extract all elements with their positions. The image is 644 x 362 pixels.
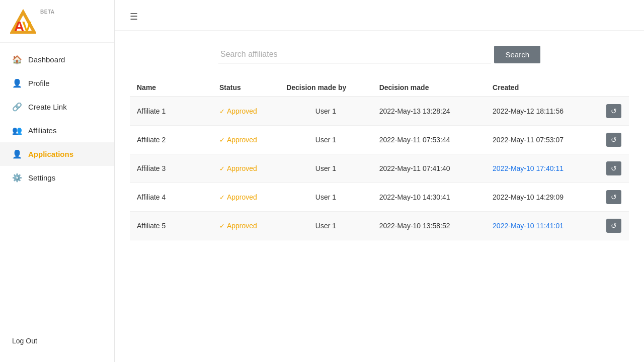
status-label: Approved — [227, 164, 257, 172]
cell-decision-made: 2022-May-11 07:41:40 — [372, 154, 486, 183]
col-header-decision-made: Decision made — [372, 78, 486, 97]
revert-button[interactable]: ↺ — [606, 161, 621, 175]
search-bar: Search — [218, 46, 540, 63]
cell-decision-by: User 1 — [279, 154, 372, 183]
sidebar-item-label-applications: Applications — [28, 150, 73, 158]
cell-decision-made: 2022-May-10 14:30:41 — [372, 183, 486, 212]
status-label: Approved — [227, 193, 257, 201]
cell-decision-by: User 1 — [279, 212, 372, 240]
cell-status: ✓ Approved — [212, 212, 279, 240]
cell-decision-by: User 1 — [279, 97, 372, 126]
cell-name: Affiliate 1 — [130, 97, 212, 126]
cell-created: 2022-May-10 17:40:11 — [486, 154, 599, 183]
cell-created: 2022-May-12 18:11:56 — [486, 97, 599, 126]
cell-decision-made: 2022-May-10 13:58:52 — [372, 212, 486, 240]
sidebar-item-affiliates[interactable]: 👥 Affiliates — [0, 119, 114, 142]
table-row: Affiliate 2 ✓ Approved User 1 2022-May-1… — [130, 126, 629, 154]
check-icon: ✓ — [219, 222, 225, 230]
cell-created: 2022-May-11 07:53:07 — [486, 126, 599, 154]
table-section: Name Status Decision made by Decision ma… — [115, 68, 644, 250]
search-input[interactable] — [218, 46, 491, 63]
applications-icon: 👤 — [12, 149, 22, 159]
logout-button[interactable]: Log Out — [0, 330, 114, 352]
home-icon: 🏠 — [12, 55, 22, 64]
cell-decision-by: User 1 — [279, 183, 372, 212]
user-icon: 👤 — [12, 78, 22, 88]
link-icon: 🔗 — [12, 102, 22, 112]
col-header-action — [599, 78, 629, 97]
beta-badge: BETA — [40, 9, 54, 15]
svg-text:V: V — [22, 19, 32, 34]
col-header-status: Status — [212, 78, 279, 97]
cell-action: ↺ — [599, 126, 629, 154]
cell-action: ↺ — [599, 154, 629, 183]
status-label: Approved — [227, 107, 257, 115]
cell-name: Affiliate 4 — [130, 183, 212, 212]
revert-button[interactable]: ↺ — [606, 104, 621, 118]
revert-button[interactable]: ↺ — [606, 219, 621, 233]
table-row: Affiliate 5 ✓ Approved User 1 2022-May-1… — [130, 212, 629, 240]
col-header-decision-by: Decision made by — [279, 78, 372, 97]
sidebar-item-label-profile: Profile — [28, 79, 50, 87]
sidebar-item-label-settings: Settings — [28, 173, 55, 182]
cell-action: ↺ — [599, 183, 629, 212]
logo-area: A V BETA — [0, 0, 114, 43]
table-header: Name Status Decision made by Decision ma… — [130, 78, 629, 97]
cell-status: ✓ Approved — [212, 183, 279, 212]
cell-status: ✓ Approved — [212, 154, 279, 183]
check-icon: ✓ — [219, 165, 225, 172]
revert-button[interactable]: ↺ — [606, 133, 621, 147]
affiliates-table: Name Status Decision made by Decision ma… — [130, 78, 629, 240]
check-icon: ✓ — [219, 136, 225, 144]
sidebar: A V BETA 🏠 Dashboard 👤 Profile 🔗 Create … — [0, 0, 115, 362]
main-header: ☰ — [115, 0, 644, 31]
cell-name: Affiliate 5 — [130, 212, 212, 240]
sidebar-item-create-link[interactable]: 🔗 Create Link — [0, 95, 114, 119]
cell-decision-made: 2022-May-13 13:28:24 — [372, 97, 486, 126]
settings-icon: ⚙️ — [12, 173, 22, 183]
table-row: Affiliate 4 ✓ Approved User 1 2022-May-1… — [130, 183, 629, 212]
cell-action: ↺ — [599, 97, 629, 126]
cell-created: 2022-May-10 14:29:09 — [486, 183, 599, 212]
table-row: Affiliate 1 ✓ Approved User 1 2022-May-1… — [130, 97, 629, 126]
col-header-name: Name — [130, 78, 212, 97]
cell-action: ↺ — [599, 212, 629, 240]
table-body: Affiliate 1 ✓ Approved User 1 2022-May-1… — [130, 97, 629, 240]
col-header-created: Created — [486, 78, 599, 97]
status-label: Approved — [227, 136, 257, 144]
search-section: Search — [115, 31, 644, 68]
sidebar-item-profile[interactable]: 👤 Profile — [0, 71, 114, 95]
cell-name: Affiliate 3 — [130, 154, 212, 183]
sidebar-item-dashboard[interactable]: 🏠 Dashboard — [0, 48, 114, 71]
sidebar-item-label-dashboard: Dashboard — [28, 55, 65, 64]
app-logo: A V — [10, 9, 36, 35]
sidebar-item-settings[interactable]: ⚙️ Settings — [0, 166, 114, 190]
affiliates-icon: 👥 — [12, 126, 22, 135]
cell-created: 2022-May-10 11:41:01 — [486, 212, 599, 240]
hamburger-icon[interactable]: ☰ — [130, 12, 138, 22]
main-content: ☰ Search Name Status Decision made by De… — [115, 0, 644, 362]
cell-status: ✓ Approved — [212, 126, 279, 154]
table-row: Affiliate 3 ✓ Approved User 1 2022-May-1… — [130, 154, 629, 183]
search-button[interactable]: Search — [494, 46, 540, 63]
status-label: Approved — [227, 222, 257, 230]
cell-decision-made: 2022-May-11 07:53:44 — [372, 126, 486, 154]
check-icon: ✓ — [219, 194, 225, 201]
sidebar-item-applications[interactable]: 👤 Applications — [0, 142, 114, 166]
cell-status: ✓ Approved — [212, 97, 279, 126]
cell-name: Affiliate 2 — [130, 126, 212, 154]
cell-decision-by: User 1 — [279, 126, 372, 154]
sidebar-item-label-create-link: Create Link — [28, 103, 67, 111]
sidebar-item-label-affiliates: Affiliates — [28, 126, 56, 135]
sidebar-nav: 🏠 Dashboard 👤 Profile 🔗 Create Link 👥 Af… — [0, 43, 114, 330]
revert-button[interactable]: ↺ — [606, 190, 621, 204]
check-icon: ✓ — [219, 108, 225, 115]
